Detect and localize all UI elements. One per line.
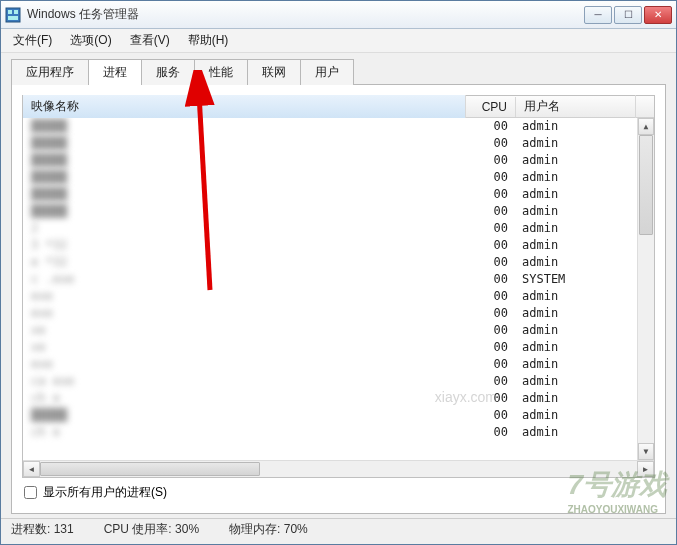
table-row[interactable]: █████00admin bbox=[23, 135, 654, 152]
column-cpu[interactable]: CPU bbox=[466, 97, 516, 117]
table-row[interactable]: exe00admin bbox=[23, 288, 654, 305]
table-row[interactable]: █████00admin bbox=[23, 407, 654, 424]
tab-users[interactable]: 用户 bbox=[300, 59, 354, 85]
statusbar: 进程数: 131 CPU 使用率: 30% 物理内存: 70% bbox=[1, 518, 676, 540]
status-process-count: 进程数: 131 bbox=[11, 521, 74, 538]
table-row[interactable]: 200admin bbox=[23, 220, 654, 237]
tab-applications[interactable]: 应用程序 bbox=[11, 59, 89, 85]
table-row[interactable]: █████00admin bbox=[23, 118, 654, 135]
table-row[interactable]: e *3200admin bbox=[23, 254, 654, 271]
table-row[interactable]: █████00admin bbox=[23, 169, 654, 186]
scroll-up-icon[interactable]: ▲ bbox=[638, 118, 654, 135]
table-row[interactable]: █████00admin bbox=[23, 152, 654, 169]
menubar: 文件(F) 选项(O) 查看(V) 帮助(H) bbox=[1, 29, 676, 53]
tab-container: 应用程序 进程 服务 性能 联网 用户 映像名称 CPU 用户名 █████00… bbox=[1, 53, 676, 518]
minimize-button[interactable]: ─ bbox=[584, 6, 612, 24]
table-row[interactable]: █████00admin bbox=[23, 186, 654, 203]
show-all-users-label: 显示所有用户的进程(S) bbox=[43, 484, 167, 501]
column-image-name[interactable]: 映像名称 bbox=[23, 95, 466, 118]
table-row[interactable]: ca exe00admin bbox=[23, 373, 654, 390]
list-header: 映像名称 CPU 用户名 bbox=[23, 96, 654, 118]
scroll-right-icon[interactable]: ► bbox=[637, 461, 654, 477]
options-row: 显示所有用户的进程(S) bbox=[22, 478, 655, 503]
column-spacer bbox=[636, 104, 654, 110]
vertical-scrollbar[interactable]: ▲ ▼ bbox=[637, 118, 654, 460]
menu-help[interactable]: 帮助(H) bbox=[182, 30, 235, 51]
table-row[interactable]: xe00admin bbox=[23, 322, 654, 339]
maximize-button[interactable]: ☐ bbox=[614, 6, 642, 24]
titlebar[interactable]: Windows 任务管理器 ─ ☐ ✕ bbox=[1, 1, 676, 29]
svg-rect-3 bbox=[8, 16, 18, 20]
table-row[interactable]: ch e00admin bbox=[23, 424, 654, 441]
table-row[interactable]: ch e00admin bbox=[23, 390, 654, 407]
tabstrip: 应用程序 进程 服务 性能 联网 用户 bbox=[11, 59, 666, 85]
table-row[interactable]: 3 *3200admin bbox=[23, 237, 654, 254]
column-user[interactable]: 用户名 bbox=[516, 95, 636, 118]
scroll-left-icon[interactable]: ◄ bbox=[23, 461, 40, 477]
svg-rect-2 bbox=[14, 10, 18, 14]
tab-services[interactable]: 服务 bbox=[141, 59, 195, 85]
show-all-users-checkbox[interactable] bbox=[24, 486, 37, 499]
menu-view[interactable]: 查看(V) bbox=[124, 30, 176, 51]
menu-options[interactable]: 选项(O) bbox=[64, 30, 117, 51]
window-title: Windows 任务管理器 bbox=[27, 6, 584, 23]
list-body[interactable]: █████00admin█████00admin█████00admin████… bbox=[23, 118, 654, 460]
tab-processes[interactable]: 进程 bbox=[88, 59, 142, 85]
hscroll-thumb[interactable] bbox=[40, 462, 260, 476]
process-list: 映像名称 CPU 用户名 █████00admin█████00admin███… bbox=[22, 95, 655, 478]
table-row[interactable]: exe00admin bbox=[23, 356, 654, 373]
table-row[interactable]: █████00admin bbox=[23, 203, 654, 220]
status-cpu-usage: CPU 使用率: 30% bbox=[104, 521, 199, 538]
scroll-thumb[interactable] bbox=[639, 135, 653, 235]
table-row[interactable]: xe00admin bbox=[23, 339, 654, 356]
horizontal-scrollbar[interactable]: ◄ ► bbox=[23, 460, 654, 477]
close-button[interactable]: ✕ bbox=[644, 6, 672, 24]
tab-content: 映像名称 CPU 用户名 █████00admin█████00admin███… bbox=[11, 84, 666, 514]
tab-networking[interactable]: 联网 bbox=[247, 59, 301, 85]
task-manager-window: Windows 任务管理器 ─ ☐ ✕ 文件(F) 选项(O) 查看(V) 帮助… bbox=[0, 0, 677, 545]
status-physical-memory: 物理内存: 70% bbox=[229, 521, 308, 538]
tab-performance[interactable]: 性能 bbox=[194, 59, 248, 85]
scroll-down-icon[interactable]: ▼ bbox=[638, 443, 654, 460]
svg-rect-1 bbox=[8, 10, 12, 14]
table-row[interactable]: c .exe00SYSTEM bbox=[23, 271, 654, 288]
app-icon bbox=[5, 7, 21, 23]
menu-file[interactable]: 文件(F) bbox=[7, 30, 58, 51]
table-row[interactable]: exe00admin bbox=[23, 305, 654, 322]
